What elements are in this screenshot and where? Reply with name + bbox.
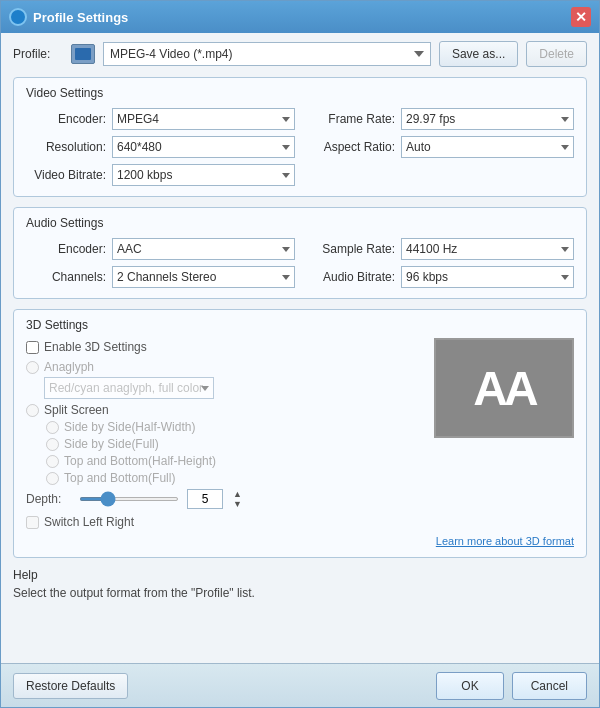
channels-select[interactable]: 2 Channels Stereo: [112, 266, 295, 288]
3d-settings-left: Enable 3D Settings Anaglyph Red/cyan ana…: [26, 340, 416, 529]
aspect-ratio-select[interactable]: Auto: [401, 136, 574, 158]
ok-button[interactable]: OK: [436, 672, 503, 700]
enable-3d-label: Enable 3D Settings: [44, 340, 147, 354]
profile-icon-inner: [75, 48, 91, 60]
channels-label: Channels:: [26, 270, 106, 284]
3d-settings-title: 3D Settings: [26, 318, 574, 332]
content-area: Profile: MPEG-4 Video (*.mp4) Save as...…: [1, 33, 599, 663]
preview-aa-text: AA: [473, 361, 534, 416]
help-text: Select the output format from the "Profi…: [13, 586, 587, 600]
audio-encoder-label: Encoder:: [26, 242, 106, 256]
anaglyph-label: Anaglyph: [44, 360, 94, 374]
3d-settings-section: 3D Settings Enable 3D Settings Anaglyph …: [13, 309, 587, 558]
resolution-row: Resolution: 640*480: [26, 136, 295, 158]
help-title: Help: [13, 568, 587, 582]
sample-rate-select[interactable]: 44100 Hz: [401, 238, 574, 260]
switch-left-right-label: Switch Left Right: [44, 515, 134, 529]
3d-settings-inner: Enable 3D Settings Anaglyph Red/cyan ana…: [26, 340, 574, 529]
resolution-select[interactable]: 640*480: [112, 136, 295, 158]
profile-row: Profile: MPEG-4 Video (*.mp4) Save as...…: [13, 41, 587, 67]
split-screen-row: Split Screen: [26, 403, 416, 417]
audio-encoder-row: Encoder: AAC: [26, 238, 295, 260]
footer-buttons: OK Cancel: [436, 672, 587, 700]
encoder-label: Encoder:: [26, 112, 106, 126]
sample-rate-row: Sample Rate: 44100 Hz: [305, 238, 574, 260]
cancel-button[interactable]: Cancel: [512, 672, 587, 700]
video-bitrate-row: Video Bitrate: 1200 kbps: [26, 164, 295, 186]
profile-icon: [71, 44, 95, 64]
sub-option-radio-0[interactable]: [46, 421, 59, 434]
video-bitrate-select[interactable]: 1200 kbps: [112, 164, 295, 186]
channels-row: Channels: 2 Channels Stereo: [26, 266, 295, 288]
window-title: Profile Settings: [33, 10, 571, 25]
frame-rate-row: Frame Rate: 29.97 fps: [305, 108, 574, 130]
profile-label: Profile:: [13, 47, 63, 61]
encoder-select[interactable]: MPEG4: [112, 108, 295, 130]
sub-option-label-3: Top and Bottom(Full): [64, 471, 175, 485]
sub-option-label-1: Side by Side(Full): [64, 437, 159, 451]
sub-option-row-0: Side by Side(Half-Width): [46, 420, 416, 434]
sub-option-row-3: Top and Bottom(Full): [46, 471, 416, 485]
footer: Restore Defaults OK Cancel: [1, 663, 599, 707]
title-bar: Profile Settings ✕: [1, 1, 599, 33]
depth-down-icon[interactable]: ▼: [233, 499, 242, 509]
sub-option-radio-3[interactable]: [46, 472, 59, 485]
split-screen-label: Split Screen: [44, 403, 109, 417]
audio-bitrate-row: Audio Bitrate: 96 kbps: [305, 266, 574, 288]
audio-settings-title: Audio Settings: [26, 216, 574, 230]
enable-3d-row: Enable 3D Settings: [26, 340, 416, 354]
sub-option-row-1: Side by Side(Full): [46, 437, 416, 451]
aspect-ratio-row: Aspect Ratio: Auto: [305, 136, 574, 158]
footer-left: Restore Defaults: [13, 673, 436, 699]
learn-more-link[interactable]: Learn more about 3D format: [26, 535, 574, 547]
split-screen-radio[interactable]: [26, 404, 39, 417]
split-sub-options: Side by Side(Half-Width) Side by Side(Fu…: [46, 420, 416, 485]
profile-settings-window: Profile Settings ✕ Profile: MPEG-4 Video…: [0, 0, 600, 708]
sub-option-radio-1[interactable]: [46, 438, 59, 451]
depth-row: Depth: 5 ▲ ▼: [26, 489, 416, 509]
depth-value: 5: [187, 489, 223, 509]
video-bitrate-label: Video Bitrate:: [26, 168, 106, 182]
audio-bitrate-select[interactable]: 96 kbps: [401, 266, 574, 288]
help-section: Help Select the output format from the "…: [13, 568, 587, 600]
aspect-ratio-label: Aspect Ratio:: [305, 140, 395, 154]
video-settings-section: Video Settings Encoder: MPEG4 Frame Rate…: [13, 77, 587, 197]
frame-rate-select[interactable]: 29.97 fps: [401, 108, 574, 130]
video-settings-grid: Encoder: MPEG4 Frame Rate: 29.97 fps Res…: [26, 108, 574, 186]
depth-up-icon[interactable]: ▲: [233, 489, 242, 499]
audio-settings-grid: Encoder: AAC Sample Rate: 44100 Hz Chann…: [26, 238, 574, 288]
audio-bitrate-label: Audio Bitrate:: [305, 270, 395, 284]
delete-button[interactable]: Delete: [526, 41, 587, 67]
frame-rate-label: Frame Rate:: [305, 112, 395, 126]
anaglyph-select[interactable]: Red/cyan anaglyph, full color: [44, 377, 214, 399]
switch-left-right-checkbox[interactable]: [26, 516, 39, 529]
video-settings-title: Video Settings: [26, 86, 574, 100]
depth-label: Depth:: [26, 492, 71, 506]
enable-3d-checkbox[interactable]: [26, 341, 39, 354]
sample-rate-label: Sample Rate:: [305, 242, 395, 256]
3d-preview-box: AA: [434, 338, 574, 438]
profile-select[interactable]: MPEG-4 Video (*.mp4): [103, 42, 431, 66]
restore-defaults-button[interactable]: Restore Defaults: [13, 673, 128, 699]
audio-encoder-select[interactable]: AAC: [112, 238, 295, 260]
anaglyph-row: Anaglyph: [26, 360, 416, 374]
anaglyph-radio[interactable]: [26, 361, 39, 374]
switch-left-right-row: Switch Left Right: [26, 515, 416, 529]
encoder-row: Encoder: MPEG4: [26, 108, 295, 130]
save-as-button[interactable]: Save as...: [439, 41, 518, 67]
window-icon: [9, 8, 27, 26]
close-button[interactable]: ✕: [571, 7, 591, 27]
sub-option-row-2: Top and Bottom(Half-Height): [46, 454, 416, 468]
resolution-label: Resolution:: [26, 140, 106, 154]
sub-option-label-2: Top and Bottom(Half-Height): [64, 454, 216, 468]
sub-option-radio-2[interactable]: [46, 455, 59, 468]
audio-settings-section: Audio Settings Encoder: AAC Sample Rate:…: [13, 207, 587, 299]
depth-slider[interactable]: [79, 497, 179, 501]
sub-option-label-0: Side by Side(Half-Width): [64, 420, 195, 434]
